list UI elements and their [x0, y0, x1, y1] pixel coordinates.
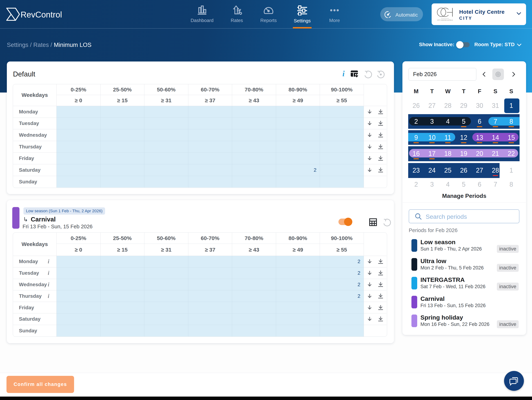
svg-text:CITY CENTER HOTELS: CITY CENTER HOTELS: [437, 19, 453, 21]
